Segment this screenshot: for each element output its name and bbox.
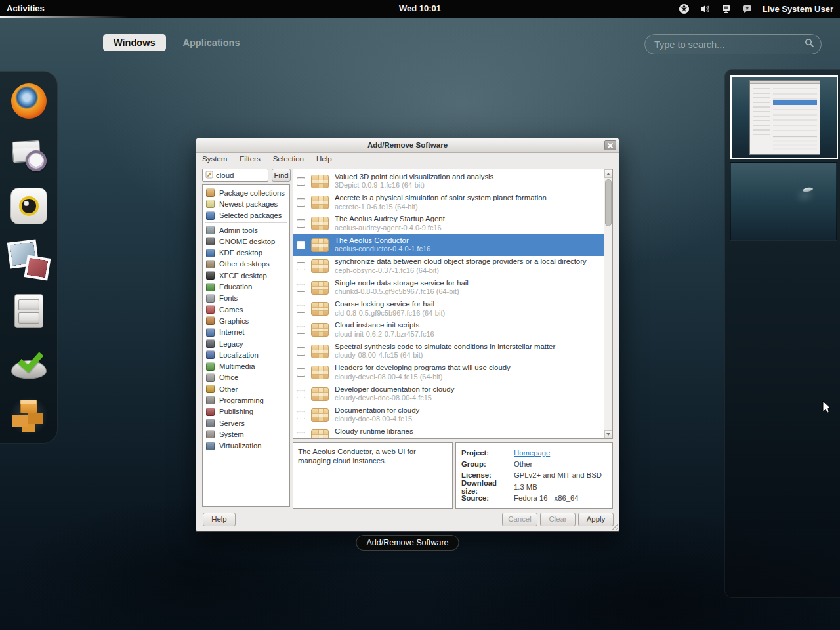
clear-button[interactable]: Clear: [540, 513, 576, 526]
dash-item-rhythmbox[interactable]: [10, 187, 48, 225]
group-other-desktops[interactable]: Other desktops: [203, 259, 289, 270]
workspace-thumbnail-2[interactable]: [730, 162, 837, 241]
overview-search-input[interactable]: [645, 39, 805, 50]
workspace-thumbnail-1[interactable]: [730, 75, 838, 159]
detail-row: Source:Fedora 16 - x86_64: [461, 492, 607, 503]
group-kde-desktop[interactable]: KDE desktop: [203, 247, 289, 258]
package-icon: [311, 238, 329, 252]
window-close-icon[interactable]: [604, 140, 616, 150]
menu-help[interactable]: Help: [316, 155, 332, 163]
group-admin-tools[interactable]: Admin tools: [203, 224, 289, 236]
lightbulb-icon: [206, 200, 215, 208]
package-row[interactable]: Cloud instance init scriptscloud-init-0.…: [293, 320, 604, 341]
scrollbar-thumb[interactable]: [605, 179, 612, 226]
package-checkbox[interactable]: [297, 326, 305, 334]
package-checkbox[interactable]: [297, 177, 305, 186]
package-checkbox[interactable]: [297, 411, 305, 419]
accessibility-icon[interactable]: [679, 3, 690, 14]
cancel-button[interactable]: Cancel: [502, 513, 537, 526]
package-row[interactable]: synchronize data between cloud object st…: [293, 256, 604, 277]
network-display-icon[interactable]: [721, 3, 732, 14]
package-row[interactable]: Developer documentation for cloudycloudy…: [293, 383, 604, 404]
group-newest-packages[interactable]: Newest packages: [203, 198, 289, 209]
group-graphics[interactable]: Graphics: [203, 315, 289, 326]
package-row[interactable]: Headers for developing programs that wil…: [293, 362, 604, 383]
package-text: Headers for developing programs that wil…: [335, 364, 511, 381]
package-row[interactable]: Valued 3D point cloud visualization and …: [293, 171, 604, 192]
apply-button[interactable]: Apply: [578, 513, 614, 526]
group-education[interactable]: Education: [203, 281, 289, 292]
package-checkbox[interactable]: [297, 262, 305, 270]
group-programming[interactable]: Programming: [203, 394, 289, 406]
dash-item-shotwell[interactable]: [10, 240, 48, 278]
find-button[interactable]: Find: [272, 169, 291, 182]
package-row[interactable]: Single-node data storage service for hai…: [293, 277, 604, 298]
detail-value: Other: [514, 460, 532, 468]
package-checkbox[interactable]: [297, 390, 305, 398]
resize-grip[interactable]: [612, 524, 618, 530]
group-publishing[interactable]: Publishing: [203, 406, 289, 417]
menu-selection[interactable]: Selection: [273, 155, 304, 163]
package-row[interactable]: Cloudy runtime librariescloudy-libs-08.0…: [293, 426, 604, 438]
group-localization[interactable]: Localization: [203, 349, 289, 360]
group-legacy[interactable]: Legacy: [203, 338, 289, 349]
window-titlebar[interactable]: Add/Remove Software: [196, 138, 619, 153]
help-button[interactable]: Help: [203, 513, 236, 526]
package-text: Single-node data storage service for hai…: [335, 279, 469, 297]
group-servers[interactable]: Servers: [203, 417, 289, 429]
group-office[interactable]: Office: [203, 372, 289, 383]
package-checkbox[interactable]: [297, 432, 305, 438]
activities-button[interactable]: Activities: [7, 3, 45, 13]
detail-label: Source:: [461, 494, 514, 502]
group-virtualization[interactable]: Virtualization: [203, 440, 289, 452]
package-checkbox[interactable]: [297, 304, 305, 313]
group-label: Newest packages: [219, 200, 278, 208]
package-checkbox[interactable]: [297, 219, 305, 228]
dash-item-evolution[interactable]: [10, 135, 48, 173]
package-checkbox[interactable]: [297, 284, 305, 292]
scroll-down-icon[interactable]: [604, 430, 612, 438]
tab-applications[interactable]: Applications: [175, 34, 248, 51]
group-multimedia[interactable]: Multimedia: [203, 360, 289, 371]
menu-filters[interactable]: Filters: [240, 155, 260, 163]
toolbox-icon: [206, 385, 215, 393]
dash-item-software[interactable]: [10, 397, 48, 435]
programming-icon: [206, 396, 215, 404]
menu-system[interactable]: System: [202, 155, 227, 163]
group-fonts[interactable]: Fonts: [203, 293, 289, 304]
package-checkbox[interactable]: [297, 241, 305, 249]
package-row[interactable]: The Aeolus Conductoraeolus-conductor-0.4…: [293, 234, 604, 255]
package-checkbox[interactable]: [297, 347, 305, 356]
dash-item-files[interactable]: [10, 292, 48, 330]
package-checkbox[interactable]: [297, 198, 305, 207]
group-gnome-desktop[interactable]: GNOME desktop: [203, 236, 289, 247]
group-selected-packages[interactable]: Selected packages: [203, 210, 289, 221]
package-search-input[interactable]: [215, 171, 268, 179]
dash-item-installer[interactable]: [10, 345, 48, 383]
homepage-link[interactable]: Homepage: [514, 449, 550, 457]
scroll-up-icon[interactable]: [604, 169, 612, 178]
package-search-entry[interactable]: [202, 169, 268, 182]
group-internet[interactable]: Internet: [203, 327, 289, 338]
package-row[interactable]: Spectral synthesis code to simulate cond…: [293, 341, 604, 362]
volume-icon[interactable]: [700, 3, 711, 14]
group-label: Internet: [219, 328, 244, 336]
group-games[interactable]: Games: [203, 304, 289, 315]
user-menu[interactable]: Live System User: [763, 4, 833, 14]
group-xfce-desktop[interactable]: XFCE desktop: [203, 270, 289, 281]
package-row[interactable]: Documentation for cloudycloudy-doc-08.00…: [293, 404, 604, 425]
group-other[interactable]: Other: [203, 383, 289, 394]
tab-windows[interactable]: Windows: [103, 34, 166, 51]
package-text: Developer documentation for cloudycloudy…: [335, 385, 454, 403]
group-system[interactable]: System: [203, 429, 289, 440]
clock[interactable]: Wed 10:01: [399, 3, 441, 13]
package-row[interactable]: Accrete is a physical simulation of sola…: [293, 192, 604, 213]
package-row[interactable]: The Aeolus Audrey Startup Agentaeolus-au…: [293, 213, 604, 234]
dash-item-firefox[interactable]: [10, 82, 48, 120]
package-row[interactable]: Coarse locking service for hailcld-0.8-0…: [293, 298, 604, 319]
group-package-collections[interactable]: Package collections: [203, 187, 289, 198]
office-icon: [206, 373, 215, 382]
package-checkbox[interactable]: [297, 368, 305, 377]
chat-status-icon[interactable]: [742, 3, 753, 14]
package-summary: synchronize data between cloud object st…: [335, 257, 587, 266]
